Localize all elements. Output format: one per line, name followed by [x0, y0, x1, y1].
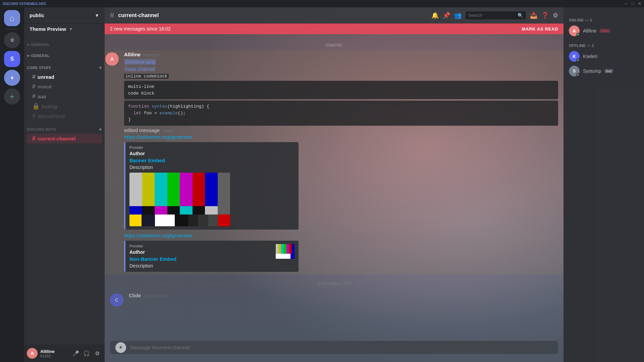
systump-status [576, 73, 580, 76]
sbar-bot-white [276, 254, 290, 259]
bar-bot-black2 [188, 215, 198, 226]
alliline-link-2: https://vsthemes.org/generator [124, 232, 558, 239]
channel-name-unread: unread [38, 74, 99, 80]
alliline-author: Alliline [124, 52, 141, 57]
help-icon[interactable]: ❓ [541, 12, 549, 19]
main-content: # current-channel 🔔 📌 👥 Search 🔍 📥 ❓ ⚙ 2… [105, 7, 564, 362]
search-bar[interactable]: Search 🔍 [466, 11, 526, 19]
date-divider: 20 December 2018 [105, 276, 564, 291]
channel-hash-current: # [32, 135, 36, 142]
category-general[interactable]: ⊳ general [24, 37, 105, 48]
color-bars-large [129, 173, 230, 226]
sbar-bot-blue [290, 254, 294, 259]
member-systump[interactable]: S Systump bot [566, 64, 641, 78]
bar-green [167, 173, 180, 206]
category-general-label: ⊳ general [27, 43, 50, 47]
channel-list: ⊳ general ⊳ General CORE STUFF + # unrea… [24, 35, 105, 345]
next-timestamp: Today at 18:05 [144, 294, 168, 298]
mic-button[interactable]: 🎤 [71, 349, 80, 358]
member-kseleri[interactable]: K Kseleri [566, 49, 641, 64]
title-bar-logo: DISCORD VSTHEMES.ORG [3, 2, 46, 6]
date-line-right [356, 283, 558, 284]
alliline-timestamp: 4/10/2018 [143, 53, 160, 57]
channel-hash-discord-bots: # [32, 113, 36, 120]
server-icon-public[interactable]: 公 [4, 32, 20, 48]
channel-hash-aaa: # [32, 93, 36, 100]
channel-name-discord-bots: discord-bots [38, 113, 99, 119]
kseleri-name: Kseleri [583, 54, 597, 59]
gear-icon[interactable]: ⚙ [553, 12, 558, 19]
embed-title-banner: Banner Embed [129, 158, 294, 163]
vsthemes-link-1[interactable]: https://vsthemes.org/generator [124, 134, 192, 140]
maximize-button[interactable]: □ [632, 1, 634, 6]
members-icon[interactable]: 👥 [454, 12, 462, 19]
embed-provider-2: Provider [129, 244, 272, 248]
server-icon-3[interactable]: ♦ [4, 70, 20, 86]
server-icon-2[interactable]: S [4, 51, 20, 67]
headphone-button[interactable]: 🎧 [82, 349, 91, 358]
channel-item-aaa[interactable]: # aaa [27, 92, 102, 101]
settings-button[interactable]: ⚙ [93, 349, 102, 358]
new-messages-bar: 2 new messages since 18:02 MARK AS READ [105, 23, 564, 34]
inbox-icon[interactable]: 📥 [530, 12, 537, 19]
search-icon: 🔍 [518, 13, 523, 18]
minimize-button[interactable]: ─ [625, 1, 628, 6]
color-bars-top-row [129, 173, 230, 206]
category-add-channel[interactable]: + [99, 65, 102, 71]
next-avatar: C [110, 293, 123, 307]
bar-mid-extra [218, 206, 230, 215]
next-header: Clide Today at 18:05 [129, 293, 558, 298]
systump-tag: bot [604, 69, 613, 73]
alliline-message-content: Alliline 4/10/2018 @Alliline ping #aaa c… [124, 52, 558, 273]
bar-mid-gray [205, 206, 218, 215]
bar-bot-black1 [175, 215, 188, 226]
embed-desc-nonbanner: Description [129, 263, 272, 268]
bar-mid-blue [129, 206, 142, 215]
category-extra-label: discord bots [27, 127, 56, 131]
alliline-avatar[interactable]: A [105, 52, 119, 66]
add-server-icon[interactable]: + [4, 88, 20, 105]
bar-bot-yellow [129, 215, 142, 226]
member-alliline[interactable]: A Alliline —— [566, 23, 641, 38]
vsthemes-link-2[interactable]: https://vsthemes.org/generator [124, 233, 192, 238]
channel-item-unread[interactable]: # unread [27, 72, 102, 82]
server-header[interactable]: public ▼ [24, 7, 105, 23]
sbar-magenta [286, 244, 289, 254]
channel-item-discord-bots[interactable]: # discord-bots [27, 111, 102, 121]
server-list: ⌂ 公 S ♦ + [0, 7, 24, 362]
members-sidebar: ONLINE — 1 A Alliline —— OFFLINE — 1 K K… [564, 7, 644, 362]
bar-mid-cyan [180, 206, 193, 215]
date-label: 20 December 2018 [317, 281, 352, 286]
channel-item-muted[interactable]: # muted [27, 82, 102, 92]
category-extra-plus[interactable]: + [99, 126, 102, 132]
category-core-stuff[interactable]: CORE STUFF + [24, 59, 105, 72]
bar-bot-darkblue [142, 215, 155, 226]
alliline-member-tag: —— [600, 29, 610, 33]
channel-item-current[interactable]: # current-channel ✕ [27, 134, 102, 143]
alliline-member-name: Alliline [583, 28, 596, 34]
close-button[interactable]: ✕ [638, 1, 641, 6]
pin-icon[interactable]: 📌 [443, 12, 450, 19]
next-message-content: Clide Today at 18:05 [129, 293, 558, 307]
message-input[interactable] [130, 341, 553, 354]
bar-darkgray [218, 173, 230, 206]
alliline-msg-inline-code: inline codeblock [124, 72, 558, 79]
channel-item-locking[interactable]: 🔒 locking [27, 101, 102, 111]
bell-icon[interactable]: 🔔 [431, 12, 439, 19]
mark-as-read-button[interactable]: MARK AS READ [522, 26, 558, 32]
next-author: Clide [129, 293, 141, 298]
bar-mid-magenta [155, 206, 167, 215]
category-general2[interactable]: ⊳ General [24, 48, 105, 59]
user-avatar: A [27, 348, 38, 359]
bar-blue [205, 173, 218, 206]
message-attachment-button[interactable]: + [115, 342, 126, 353]
channel-name-muted: muted [38, 84, 99, 89]
category-extra[interactable]: discord bots + [24, 121, 105, 134]
embed-nonbanner-text: Provider Author Non-Banner Embed Descrip… [129, 244, 272, 268]
home-server-icon[interactable]: ⌂ [4, 10, 20, 26]
alliline-edited: edited message (edited) [124, 127, 558, 134]
bar-cyan [155, 173, 167, 206]
kseleri-status [576, 58, 580, 62]
category-general2-label: ⊳ General [27, 54, 50, 58]
color-bars-mid-row [129, 206, 230, 215]
